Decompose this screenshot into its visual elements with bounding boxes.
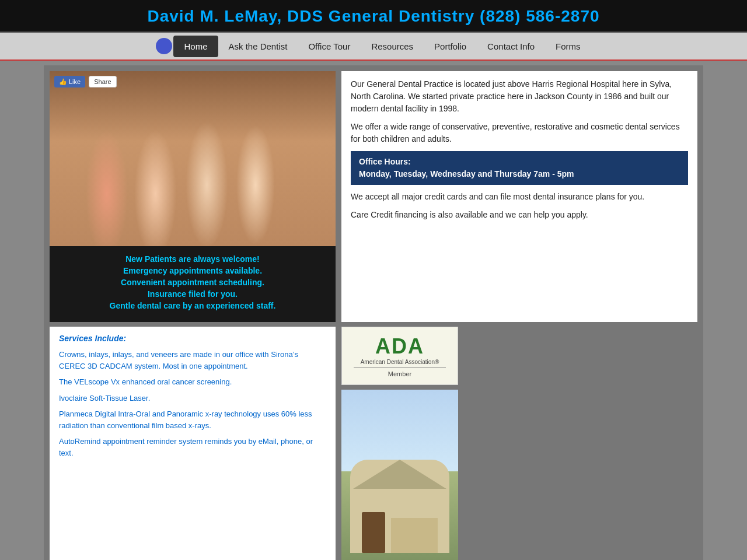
announcement-3: Convenient appointment scheduling. [61, 278, 324, 287]
like-icon: 👍 [59, 78, 67, 86]
hours-label: Office Hours: [359, 156, 680, 168]
announcement-4: Insurance filed for you. [61, 289, 324, 299]
services-column: Services Include: Crowns, inlays, inlays… [50, 327, 336, 560]
main-nav: Home Ask the Dentist Office Tour Resourc… [0, 33, 747, 61]
like-button[interactable]: 👍 Like [54, 76, 85, 88]
nav-forms[interactable]: Forms [545, 36, 591, 57]
home-icon [156, 38, 172, 54]
nav-portfolio[interactable]: Portfolio [424, 36, 477, 57]
site-title: David M. LeMay, DDS General Dentistry (8… [0, 7, 747, 26]
announcement-5: Gentle dental care by an experienced sta… [61, 301, 324, 310]
photo-column: 👍 Like Share New Patients are always wel… [50, 71, 336, 322]
intro-p2: We offer a wide range of conservative, p… [351, 121, 688, 145]
nav-office-tour[interactable]: Office Tour [298, 36, 361, 57]
services-title: Services Include: [59, 334, 326, 343]
ada-badge: ADA American Dental Association® Member [341, 327, 458, 385]
right-column: ADA American Dental Association® Member [341, 327, 458, 560]
staff-silhouette [50, 71, 336, 246]
share-button[interactable]: Share [89, 76, 116, 88]
nav-resources[interactable]: Resources [361, 36, 424, 57]
service-3: Ivoclaire Soft-Tissue Laser. [59, 393, 326, 404]
service-1: Crowns, inlays, inlays, and veneers are … [59, 349, 326, 372]
hours-box: Office Hours: Monday, Tuesday, Wednesday… [351, 151, 688, 185]
nav-ask-dentist[interactable]: Ask the Dentist [218, 36, 298, 57]
staff-photo: 👍 Like Share [50, 71, 336, 246]
announcement-1: New Patients are always welcome! [61, 254, 324, 264]
ada-member: Member [354, 368, 446, 377]
nav-contact[interactable]: Contact Info [477, 36, 545, 57]
site-header: David M. LeMay, DDS General Dentistry (8… [0, 0, 747, 33]
ada-text: ADA [354, 334, 446, 359]
announcement-2: Emergency appointments available. [61, 266, 324, 275]
facebook-bar: 👍 Like Share [54, 76, 117, 88]
intro-text: Our General Dental Practice is located j… [341, 71, 697, 322]
carecredit-text: Care Credit financing is also available … [351, 209, 688, 221]
intro-p1: Our General Dental Practice is located j… [351, 78, 688, 115]
nav-home[interactable]: Home [173, 36, 218, 57]
service-4: Planmeca Digital Intra-Oral and Panorami… [59, 408, 326, 431]
credit-text: We accept all major credit cards and can… [351, 191, 688, 203]
office-photo [341, 390, 458, 560]
ada-sub: American Dental Association® [354, 359, 446, 365]
hours-detail: Monday, Tuesday, Wednesday and Thursday … [359, 168, 680, 180]
announcement-box: New Patients are always welcome! Emergen… [50, 245, 336, 322]
service-2: The VELscope Vx enhanced oral cancer scr… [59, 376, 326, 388]
service-5: AutoRemind appointment reminder system r… [59, 436, 326, 459]
